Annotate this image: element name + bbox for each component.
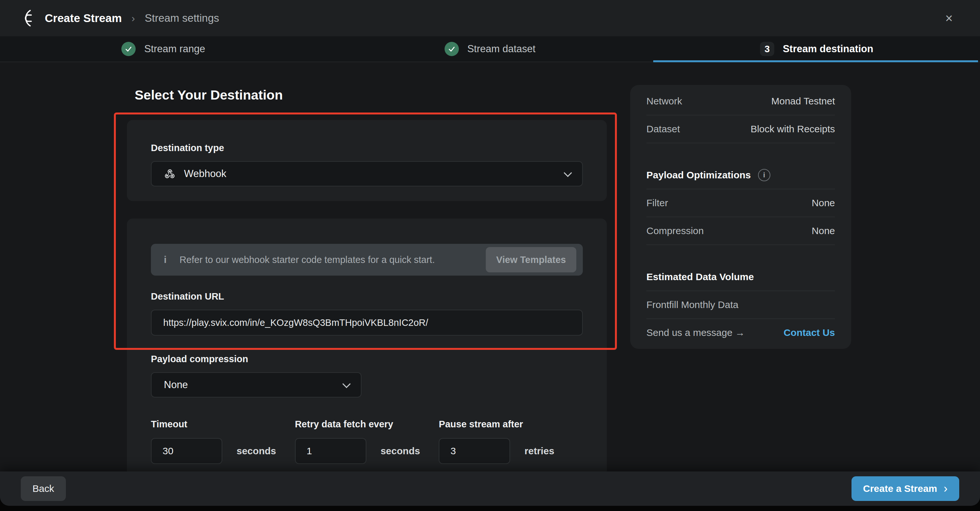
main-content: Select Your Destination Destination type… — [0, 62, 980, 471]
summary-row-frontfill: Frontfill Monthly Data — [646, 291, 835, 318]
destination-type-label: Destination type — [151, 143, 583, 153]
retry-input[interactable] — [295, 438, 366, 464]
retry-settings-row: Timeout seconds Retry data fetch every s… — [151, 419, 583, 464]
summary-row-compression: Compression None — [646, 217, 835, 244]
summary-row-network: Network Monad Testnet — [646, 87, 835, 115]
create-stream-label: Create a Stream — [863, 483, 937, 494]
banner-text: Refer to our webhook starter code templa… — [180, 254, 435, 265]
chevron-right-icon: › — [943, 483, 948, 495]
webhook-icon — [164, 168, 175, 179]
network-value: Monad Testnet — [772, 96, 835, 107]
tab-label: Stream dataset — [467, 43, 535, 55]
timeout-label: Timeout — [151, 419, 295, 430]
destination-type-value: Webhook — [184, 168, 226, 179]
check-icon — [445, 42, 459, 56]
info-icon[interactable]: i — [758, 169, 770, 181]
retry-label: Retry data fetch every — [295, 419, 439, 430]
contact-message-label: Send us a message → — [646, 327, 745, 338]
stream-summary-panel: Network Monad Testnet Dataset Block with… — [630, 85, 851, 349]
pause-unit: retries — [524, 446, 554, 457]
destination-url-label: Destination URL — [151, 291, 583, 302]
destination-type-select[interactable]: Webhook — [151, 161, 583, 186]
webhook-templates-banner: i Refer to our webhook starter code temp… — [151, 244, 583, 276]
retry-field-group: Retry data fetch every seconds — [295, 419, 439, 464]
check-icon — [121, 42, 136, 56]
tab-stream-range[interactable]: Stream range — [0, 36, 327, 62]
pause-input[interactable] — [439, 438, 510, 464]
tab-stream-destination[interactable]: 3 Stream destination — [653, 36, 980, 62]
tab-label: Stream destination — [783, 43, 873, 55]
contact-us-link[interactable]: Contact Us — [784, 327, 835, 338]
page-heading: Select Your Destination — [135, 87, 283, 103]
summary-row-contact: Send us a message → Contact Us — [646, 319, 835, 346]
quicknode-logo-icon — [19, 10, 37, 27]
volume-title: Estimated Data Volume — [646, 271, 754, 282]
filter-label: Filter — [646, 197, 668, 208]
chevron-down-icon — [564, 168, 572, 177]
payload-compression-label: Payload compression — [151, 354, 583, 365]
modal-header: Create Stream › Stream settings × — [0, 0, 980, 36]
create-stream-modal: Create Stream › Stream settings × Stream… — [0, 0, 980, 506]
destination-settings-card: i Refer to our webhook starter code temp… — [127, 219, 607, 506]
divider — [646, 244, 835, 245]
chevron-down-icon — [342, 380, 350, 388]
view-templates-button[interactable]: View Templates — [486, 247, 576, 272]
dataset-label: Dataset — [646, 124, 680, 135]
compression-label: Compression — [646, 225, 704, 236]
page-title: Create Stream — [45, 12, 122, 25]
summary-row-optimizations-title: Payload Optimizations i — [646, 162, 835, 189]
breadcrumb-separator-icon: › — [131, 12, 135, 24]
timeout-unit: seconds — [237, 446, 276, 457]
create-stream-button[interactable]: Create a Stream › — [851, 476, 959, 501]
timeout-field-group: Timeout seconds — [151, 419, 295, 464]
retry-unit: seconds — [381, 446, 420, 457]
tab-label: Stream range — [144, 43, 205, 55]
step-number-badge: 3 — [760, 42, 774, 56]
pause-field-group: Pause stream after retries — [439, 419, 583, 464]
divider — [646, 143, 835, 143]
summary-row-volume-title: Estimated Data Volume — [646, 263, 835, 290]
optimizations-title: Payload Optimizations i — [646, 169, 770, 181]
tab-stream-dataset[interactable]: Stream dataset — [327, 36, 654, 62]
breadcrumb: Stream settings — [145, 12, 219, 24]
network-label: Network — [646, 96, 682, 107]
close-icon[interactable]: × — [945, 12, 953, 25]
pause-label: Pause stream after — [439, 419, 583, 430]
footer-bar: Back Create a Stream › — [0, 471, 980, 506]
back-button[interactable]: Back — [21, 476, 66, 501]
dataset-value: Block with Receipts — [751, 124, 835, 135]
timeout-input[interactable] — [151, 438, 222, 464]
optimizations-title-text: Payload Optimizations — [646, 170, 751, 181]
filter-value: None — [811, 197, 835, 208]
payload-compression-select[interactable]: None — [151, 372, 361, 398]
info-icon: i — [164, 254, 167, 265]
frontfill-label: Frontfill Monthly Data — [646, 299, 738, 310]
destination-url-input[interactable] — [151, 309, 583, 336]
step-tabs: Stream range Stream dataset 3 Stream des… — [0, 36, 980, 62]
payload-compression-value: None — [164, 379, 188, 391]
summary-row-filter: Filter None — [646, 189, 835, 217]
summary-row-dataset: Dataset Block with Receipts — [646, 116, 835, 143]
compression-value: None — [811, 225, 835, 236]
destination-type-card: Destination type Webhook — [127, 120, 607, 201]
